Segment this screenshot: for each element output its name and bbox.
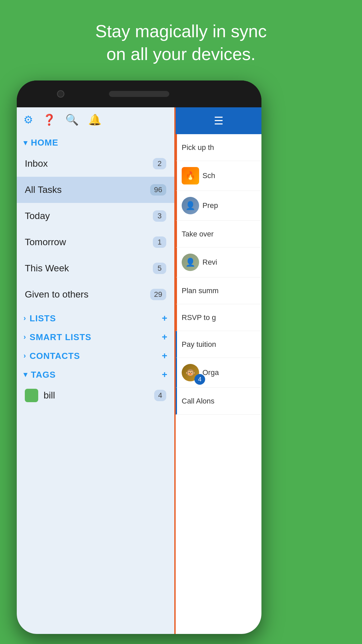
contacts-section-label: CONTACTS [29, 351, 80, 361]
home-chevron-icon: ▾ [23, 139, 27, 147]
drawer-panel: ⚙ ❓ 🔍 🔔 ▾ HOME Inbox 2 All Tasks 9 [17, 107, 174, 634]
contacts-add-icon[interactable]: + [162, 351, 168, 361]
tags-chevron-icon: ▾ [23, 370, 27, 379]
thisweek-label: This Week [25, 263, 69, 274]
lists-section-label: LISTS [29, 313, 56, 324]
bell-icon[interactable]: 🔔 [88, 113, 102, 126]
giventoothers-count: 29 [150, 289, 166, 300]
task-text-3: Prep [202, 201, 257, 210]
alltasks-label: All Tasks [25, 184, 62, 195]
task-item-1[interactable]: Pick up th [176, 134, 261, 161]
tag-count-bill: 4 [154, 390, 166, 401]
tags-add-icon[interactable]: + [162, 369, 168, 380]
inbox-label: Inbox [25, 158, 48, 169]
drawer-toolbar: ⚙ ❓ 🔍 🔔 [17, 107, 174, 132]
header-line2: on all your devices. [0, 43, 362, 66]
drawer-list: ▾ HOME Inbox 2 All Tasks 96 Today 3 To [17, 132, 174, 634]
smartlists-chevron-icon: › [23, 333, 26, 341]
lists-add-icon[interactable]: + [162, 313, 168, 324]
tags-section-header[interactable]: ▾ TAGS + [17, 364, 174, 383]
lists-chevron-icon: › [23, 314, 26, 323]
tags-section-label: TAGS [31, 370, 56, 380]
home-section-header[interactable]: ▾ HOME [17, 132, 174, 151]
task-item-7[interactable]: RSVP to g [176, 304, 261, 331]
search-icon[interactable]: 🔍 [65, 113, 79, 126]
task-avatar-2: 🔥 [182, 167, 199, 184]
task-text-7: RSVP to g [182, 313, 257, 322]
lists-section-header[interactable]: › LISTS + [17, 308, 174, 326]
hamburger-icon[interactable]: ☰ [214, 114, 224, 127]
thisweek-count: 5 [153, 263, 166, 274]
task-item-5[interactable]: 👤 Revi [176, 248, 261, 277]
smartlists-section-label: SMART LISTS [29, 332, 91, 342]
tag-label-bill: bill [44, 390, 55, 401]
task-item-6[interactable]: Plan summ [176, 277, 261, 304]
task-text-1: Pick up th [182, 143, 257, 152]
header-line1: Stay magically in sync [0, 20, 362, 43]
task-panel: ☰ Pick up th 🔥 Sch 👤 Prep Take over [174, 107, 261, 634]
task-text-10: Call Alons [182, 397, 257, 406]
task-text-5: Revi [202, 258, 257, 267]
task-text-6: Plan summ [182, 286, 257, 295]
task-item-2[interactable]: 🔥 Sch [176, 161, 261, 191]
tag-dot-bill [25, 389, 38, 402]
nav-item-giventoothers[interactable]: Given to others 29 [17, 281, 174, 308]
nav-item-thisweek[interactable]: This Week 5 [17, 255, 174, 281]
task-item-4[interactable]: Take over [176, 221, 261, 248]
task-avatar-3: 👤 [182, 197, 199, 214]
giventoothers-label: Given to others [25, 289, 88, 300]
inbox-count: 2 [153, 158, 166, 169]
task-text-9: Orga [202, 368, 257, 377]
task-text-4: Take over [182, 230, 257, 238]
contacts-chevron-icon: › [23, 352, 26, 360]
nav-item-tomorrow[interactable]: Tomorrow 1 [17, 229, 174, 255]
task-item-3[interactable]: 👤 Prep [176, 191, 261, 221]
task-avatar-5: 👤 [182, 254, 199, 271]
phone-screen: ⚙ ❓ 🔍 🔔 ▾ HOME Inbox 2 All Tasks 9 [17, 107, 261, 634]
nav-item-alltasks[interactable]: All Tasks 96 [17, 177, 174, 203]
gear-icon[interactable]: ⚙ [23, 113, 33, 126]
tomorrow-count: 1 [153, 236, 166, 248]
phone-top-bar [17, 80, 261, 107]
task-item-8[interactable]: Pay tuition [176, 331, 261, 358]
phone-camera [57, 90, 64, 98]
task-list: Pick up th 🔥 Sch 👤 Prep Take over 👤 Revi [176, 134, 261, 634]
today-label: Today [25, 211, 50, 221]
task-text-2: Sch [202, 171, 257, 180]
today-count: 3 [153, 210, 166, 222]
tomorrow-label: Tomorrow [25, 237, 66, 248]
task-header: ☰ [176, 107, 261, 134]
task-item-10[interactable]: Call Alons [176, 388, 261, 415]
nav-item-inbox[interactable]: Inbox 2 [17, 151, 174, 177]
task-item-9[interactable]: 🐵 4 Orga [176, 358, 261, 388]
contacts-section-header[interactable]: › CONTACTS + [17, 345, 174, 364]
task-badge-9: 4 [194, 374, 205, 385]
tag-item-bill[interactable]: bill 4 [17, 383, 174, 408]
header-text: Stay magically in sync on all your devic… [0, 20, 362, 65]
help-icon[interactable]: ❓ [43, 113, 56, 126]
nav-item-today[interactable]: Today 3 [17, 203, 174, 229]
phone-speaker [109, 91, 169, 97]
phone-frame: ⚙ ❓ 🔍 🔔 ▾ HOME Inbox 2 All Tasks 9 [17, 80, 261, 634]
smartlists-section-header[interactable]: › SMART LISTS + [17, 326, 174, 345]
task-text-8: Pay tuition [182, 340, 257, 349]
home-section-label: HOME [31, 138, 58, 148]
alltasks-count: 96 [150, 184, 166, 196]
smartlists-add-icon[interactable]: + [162, 332, 168, 342]
